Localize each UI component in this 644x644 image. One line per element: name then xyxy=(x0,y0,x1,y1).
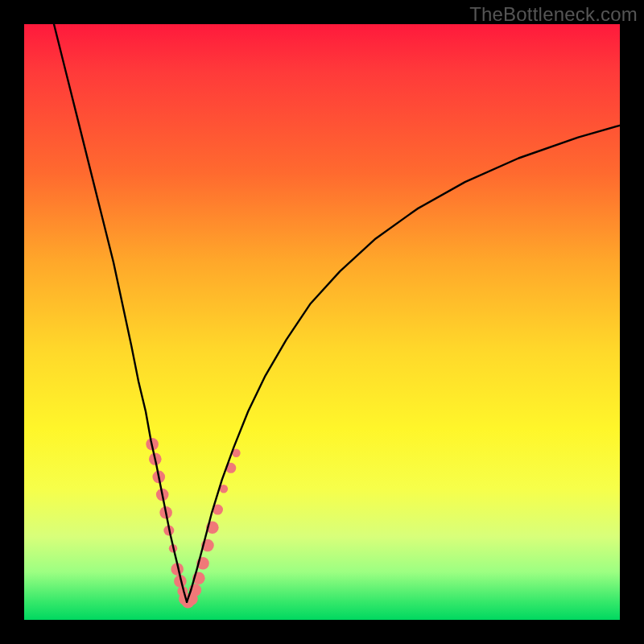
watermark-text: TheBottleneck.com xyxy=(469,3,638,26)
chart-frame: TheBottleneck.com xyxy=(0,0,644,644)
plot-area xyxy=(24,24,620,620)
curve-right-branch xyxy=(187,126,620,602)
curve-left-branch xyxy=(54,24,187,602)
chart-svg xyxy=(24,24,620,620)
